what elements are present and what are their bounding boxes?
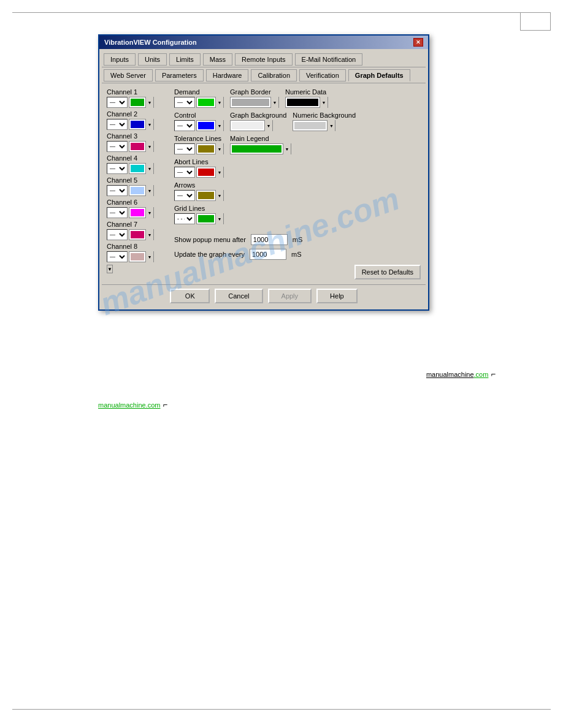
channel-5-line-select[interactable]: —: [107, 185, 128, 196]
bottom-link[interactable]: manualmachine.com: [98, 401, 161, 409]
channel-8-line-select[interactable]: —: [107, 251, 128, 262]
channel-1-line-select[interactable]: —: [107, 97, 128, 108]
arrows-color[interactable]: ▼: [196, 190, 224, 201]
tolerance-line-select[interactable]: —: [174, 143, 195, 154]
channel-5-dropdown[interactable]: ▼: [145, 185, 153, 196]
channel-1-color[interactable]: ▼: [129, 97, 154, 108]
channel-3-dropdown[interactable]: ▼: [145, 141, 153, 152]
arrows-group: Arrows — ▼: [174, 181, 224, 201]
tab-remote-inputs[interactable]: Remote Inputs: [235, 53, 293, 66]
graph-border-dropdown[interactable]: ▼: [270, 97, 278, 108]
tab-mass[interactable]: Mass: [203, 53, 232, 66]
arrows-controls: — ▼: [174, 190, 224, 201]
numeric-data-dropdown[interactable]: ▼: [320, 97, 327, 108]
cancel-button[interactable]: Cancel: [215, 289, 262, 303]
abort-line-select[interactable]: —: [174, 167, 195, 178]
tab-verification[interactable]: Verification: [299, 69, 346, 82]
control-dropdown[interactable]: ▼: [215, 120, 223, 131]
numeric-data-color[interactable]: ▼: [285, 97, 328, 108]
main-legend-color[interactable]: ▼: [230, 143, 291, 154]
update-setting: Update the graph every mS: [174, 249, 421, 260]
numeric-background-color[interactable]: ▼: [293, 120, 335, 131]
arrows-swatch: [198, 192, 214, 199]
channel-3-swatch: [131, 143, 144, 150]
channel-4-line-select[interactable]: —: [107, 163, 128, 174]
tab-web-server[interactable]: Web Server: [104, 69, 153, 82]
channel-8-dropdown[interactable]: ▼: [145, 251, 153, 262]
dialog-titlebar: VibrationVIEW Configuration ✕: [99, 36, 428, 49]
options-row-2: Control — ▼ Graph Background: [174, 112, 421, 131]
tolerance-lines-dropdown[interactable]: ▼: [215, 143, 223, 154]
popup-input[interactable]: [251, 234, 288, 245]
graph-border-color[interactable]: ▼: [230, 97, 279, 108]
channel-3-color[interactable]: ▼: [129, 141, 154, 152]
channel-1-dropdown[interactable]: ▼: [145, 97, 153, 108]
channel-2-line-select[interactable]: —: [107, 119, 128, 130]
tab-units[interactable]: Units: [138, 53, 167, 66]
abort-lines-dropdown[interactable]: ▼: [215, 167, 223, 178]
numeric-background-dropdown[interactable]: ▼: [327, 120, 335, 131]
grid-lines-dropdown[interactable]: ▼: [215, 213, 223, 224]
channel-8-color[interactable]: ▼: [129, 251, 154, 262]
channel-7-color[interactable]: ▼: [129, 229, 154, 240]
grid-lines-color[interactable]: ▼: [196, 213, 224, 224]
channel-5-color[interactable]: ▼: [129, 185, 154, 196]
control-color[interactable]: ▼: [196, 120, 224, 131]
demand-color[interactable]: ▼: [196, 97, 224, 108]
channel-8-swatch: [131, 253, 144, 260]
tab-parameters[interactable]: Parameters: [155, 69, 204, 82]
tolerance-lines-color[interactable]: ▼: [196, 143, 224, 154]
graph-background-color[interactable]: ▼: [230, 120, 273, 131]
update-unit: mS: [291, 251, 302, 258]
help-button[interactable]: Help: [316, 289, 358, 303]
channel-1-label: Channel 1: [107, 88, 168, 96]
options-row-1: Demand — ▼ Graph Border: [174, 88, 421, 108]
grid-lines-controls: - - - ▼: [174, 213, 224, 224]
channel-6-line-select[interactable]: —: [107, 207, 128, 218]
close-button[interactable]: ✕: [413, 38, 423, 47]
main-legend-dropdown[interactable]: ▼: [283, 143, 291, 154]
tab-hardware[interactable]: Hardware: [206, 69, 249, 82]
graph-border-controls: ▼: [230, 97, 279, 108]
tab-calibration[interactable]: Calibration: [251, 69, 297, 82]
abort-lines-color[interactable]: ▼: [196, 167, 224, 178]
demand-line-select[interactable]: —: [174, 97, 195, 108]
demand-dropdown[interactable]: ▼: [215, 97, 223, 108]
bottom-right-link2[interactable]: .com: [474, 371, 489, 378]
graph-background-dropdown[interactable]: ▼: [264, 120, 272, 131]
tab-limits[interactable]: Limits: [169, 53, 201, 66]
update-input[interactable]: [250, 249, 286, 260]
demand-swatch: [198, 99, 214, 106]
channel-4-color[interactable]: ▼: [129, 163, 154, 174]
arrows-line-select[interactable]: —: [174, 190, 195, 201]
arrows-dropdown[interactable]: ▼: [215, 190, 223, 201]
channel-4-dropdown[interactable]: ▼: [145, 163, 153, 174]
grid-line-select[interactable]: - - -: [174, 213, 195, 224]
channel-5-label: Channel 5: [107, 176, 168, 184]
channel-3-line-select[interactable]: —: [107, 141, 128, 152]
channel-6-color[interactable]: ▼: [129, 207, 154, 218]
channel-2-dropdown[interactable]: ▼: [145, 119, 153, 130]
right-panel: Demand — ▼ Graph Border: [174, 88, 421, 279]
ok-button[interactable]: OK: [170, 289, 210, 303]
bottom-right-link1[interactable]: manualmachine: [426, 371, 474, 378]
channel-4-controls: — ▼: [107, 163, 168, 174]
control-line-select[interactable]: —: [174, 120, 195, 131]
channel-2-color[interactable]: ▼: [129, 119, 154, 130]
reset-defaults-button[interactable]: Reset to Defaults: [354, 265, 421, 279]
numeric-background-swatch: [294, 122, 326, 129]
tab-inputs[interactable]: Inputs: [104, 53, 136, 66]
channel-6-dropdown[interactable]: ▼: [145, 207, 153, 218]
options-row-4: Abort Lines — ▼: [174, 158, 421, 178]
demand-group: Demand — ▼: [174, 88, 224, 108]
tab-graph-defaults[interactable]: Graph Defaults: [348, 69, 410, 82]
channel-1-controls: — ▼: [107, 97, 168, 108]
scroll-down-arrow[interactable]: ▼: [107, 265, 113, 273]
channel-7-line-select[interactable]: —: [107, 229, 128, 240]
apply-button[interactable]: Apply: [268, 289, 312, 303]
graph-background-group: Graph Background ▼: [230, 112, 286, 131]
tab-row-2: Web Server Parameters Hardware Calibrati…: [102, 67, 426, 83]
channel-7-dropdown[interactable]: ▼: [145, 229, 153, 240]
tab-email-notification[interactable]: E-Mail Notification: [295, 53, 363, 66]
bottom-corner-mark: ⌐: [163, 400, 168, 409]
